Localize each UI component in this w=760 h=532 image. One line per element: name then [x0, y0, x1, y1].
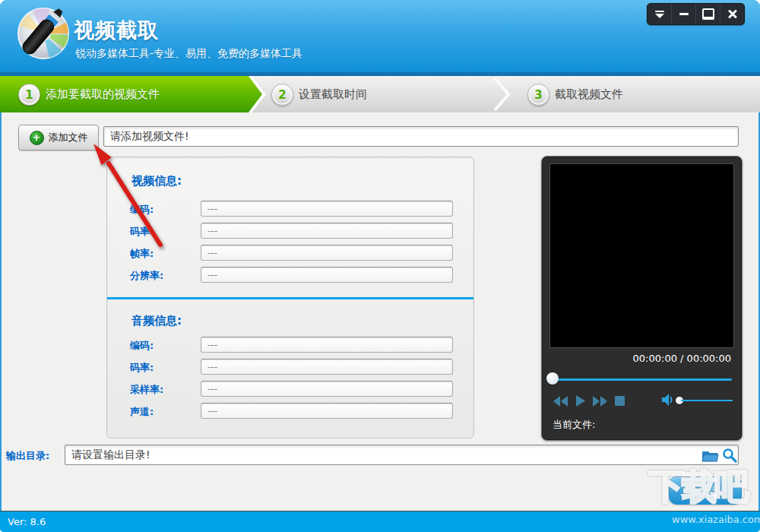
- minimize-icon: [679, 13, 689, 15]
- audio-codec-field[interactable]: [201, 337, 453, 353]
- output-dir-actions: [701, 447, 739, 464]
- video-framerate-field[interactable]: [201, 245, 453, 261]
- video-codec-field[interactable]: [201, 201, 453, 217]
- rewind-icon: [553, 396, 568, 407]
- transport-controls: [553, 395, 625, 407]
- step-2-label: 设置截取时间: [299, 76, 367, 112]
- audio-info-title: 音频信息:: [131, 314, 182, 328]
- video-codec-label: 编码:: [130, 203, 197, 217]
- status-bar: Ver: 8.6: [0, 511, 760, 532]
- app-subtitle: 锐动多媒体工具-专业、易用、免费的多媒体工具: [75, 47, 302, 61]
- preview-player-panel: 00:00:00 / 00:00:00: [541, 156, 743, 441]
- video-info-title: 视频信息:: [131, 174, 182, 188]
- maximize-icon: [702, 8, 714, 20]
- volume-bar[interactable]: [681, 400, 733, 401]
- video-framerate-label: 帧率:: [130, 247, 197, 261]
- seek-handle[interactable]: [546, 372, 559, 385]
- next-step-button[interactable]: 下一步: [669, 477, 742, 505]
- audio-codec-label: 编码:: [130, 339, 197, 353]
- file-path-field[interactable]: [103, 126, 739, 147]
- step-3-number: 3: [527, 84, 549, 106]
- search-icon: [722, 448, 737, 463]
- video-preview-screen: [549, 163, 734, 348]
- browse-folder-button[interactable]: [701, 447, 719, 464]
- step-1-label: 添加要截取的视频文件: [46, 76, 160, 112]
- audio-bitrate-field[interactable]: [201, 359, 453, 375]
- minimize-button[interactable]: [671, 4, 695, 24]
- close-button[interactable]: [720, 4, 744, 24]
- add-file-button-label: 添加文件: [49, 131, 88, 144]
- speaker-icon: [662, 394, 675, 406]
- media-info-panel: 视频信息: 编码: 码率: 帧率: 分辨率: 音频信息: 编码: 码率: 采样率…: [106, 157, 474, 439]
- next-step-button-label: 下一步: [689, 484, 721, 498]
- step-1-number: 1: [18, 84, 40, 106]
- window-menu-button[interactable]: [648, 4, 671, 24]
- audio-bitrate-label: 码率:: [130, 361, 197, 375]
- version-text: Ver: 8.6: [8, 511, 46, 532]
- step-2-number: 2: [271, 84, 293, 106]
- add-file-button[interactable]: + 添加文件: [18, 125, 99, 150]
- video-bitrate-field[interactable]: [201, 223, 453, 239]
- video-resolution-field[interactable]: [201, 267, 453, 283]
- video-clip-app-window: 视频截取 锐动多媒体工具-专业、易用、免费的多媒体工具: [0, 0, 760, 532]
- video-bitrate-label: 码率:: [130, 225, 197, 239]
- video-resolution-label: 分辨率:: [130, 269, 197, 283]
- section-divider: [107, 297, 473, 299]
- audio-channels-field[interactable]: [201, 403, 453, 419]
- menu-arrow-icon: [655, 11, 664, 18]
- output-dir-field[interactable]: [65, 445, 739, 465]
- step-3-label: 截取视频文件: [555, 76, 623, 112]
- title-bar: 视频截取 锐动多媒体工具-专业、易用、免费的多媒体工具: [0, 0, 760, 72]
- folder-icon: [701, 448, 719, 463]
- time-display: 00:00:00 / 00:00:00: [633, 353, 731, 364]
- stop-button[interactable]: [615, 396, 625, 406]
- close-icon: [727, 9, 738, 20]
- search-directory-button[interactable]: [720, 447, 739, 464]
- fast-forward-icon: [592, 396, 608, 407]
- play-button[interactable]: [575, 395, 585, 407]
- plus-icon: +: [30, 131, 44, 145]
- audio-channels-label: 声道:: [130, 405, 197, 419]
- play-icon: [575, 395, 585, 407]
- volume-button[interactable]: [662, 394, 675, 409]
- app-title: 视频截取: [74, 17, 159, 44]
- app-logo-icon: [10, 5, 72, 70]
- audio-samplerate-field[interactable]: [201, 381, 453, 397]
- rewind-button[interactable]: [553, 396, 568, 407]
- window-controls: [647, 3, 745, 25]
- window-frame: 视频截取 锐动多媒体工具-专业、易用、免费的多媒体工具: [0, 0, 760, 532]
- current-file-label: 当前文件:: [553, 418, 595, 432]
- stop-icon: [615, 396, 625, 406]
- seek-bar[interactable]: [549, 378, 732, 381]
- audio-samplerate-label: 采样率:: [130, 383, 197, 397]
- output-dir-label: 输出目录:: [6, 449, 49, 463]
- maximize-button[interactable]: [695, 4, 720, 24]
- fast-forward-button[interactable]: [592, 396, 608, 407]
